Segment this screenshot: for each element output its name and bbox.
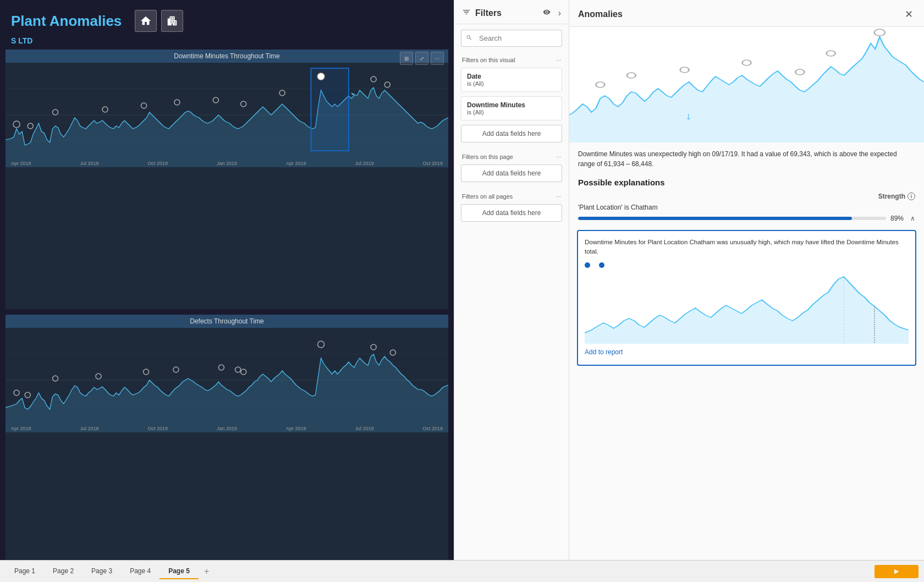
chart1-area[interactable]: Apr 2018 Jul 2018 Oct 2018 Jan 2019 Apr …	[6, 63, 448, 167]
add-data-all-btn[interactable]: Add data fields here	[461, 204, 562, 222]
tab-page2[interactable]: Page 2	[44, 564, 82, 579]
explanation-label: 'Plant Location' is Chatham	[578, 204, 658, 211]
filters-header: Filters ›	[454, 0, 569, 24]
anomalies-panel: Anomalies ✕ ↓ Downti	[569, 0, 924, 582]
anomaly-description: Downtime Minutes was unexpectedly high o…	[569, 142, 924, 175]
tab-page4[interactable]: Page 4	[121, 564, 160, 579]
filter-date-value: is (All)	[467, 80, 556, 87]
strength-label: Strength	[878, 193, 905, 200]
filter-date-title: Date	[467, 73, 556, 80]
strength-percent: 89%	[890, 215, 906, 222]
filters-on-all-more[interactable]: ···	[556, 193, 561, 200]
orange-btn[interactable]: ▶	[875, 565, 919, 578]
dot-1	[585, 262, 590, 268]
explanation-card-text: Downtime Minutes for Plant Location Chat…	[585, 238, 909, 257]
tab-page1[interactable]: Page 1	[6, 564, 44, 579]
strength-row: 89% ∧	[569, 213, 924, 226]
anomalies-title: Anomalies	[578, 9, 902, 19]
add-data-visual-btn[interactable]: Add data fields here	[461, 125, 562, 142]
card-dots	[585, 262, 909, 268]
strength-info-icon[interactable]: i	[908, 193, 915, 200]
dot-2	[599, 262, 604, 268]
canvas-icon-group	[135, 10, 183, 32]
filter-funnel-icon	[462, 8, 471, 18]
add-data-page-btn[interactable]: Add data fields here	[461, 164, 562, 182]
strength-bar-fill	[578, 217, 852, 220]
anomalies-header: Anomalies ✕	[569, 0, 924, 27]
chart1-toolbar: ⊞ ⤢ ···	[400, 52, 444, 65]
filter-card-date[interactable]: Date is (All)	[461, 68, 562, 92]
svg-text:↓: ↓	[685, 111, 693, 122]
chart2-container: Defects Throughout Time	[6, 315, 448, 574]
possible-explanations-title: Possible explanations	[569, 175, 924, 191]
tab-page5[interactable]: Page 5	[160, 564, 199, 579]
strength-header: Strength i	[569, 191, 924, 201]
filters-on-page-label: Filters on this page ···	[454, 149, 569, 162]
filters-title: Filters	[475, 8, 538, 18]
filters-forward-icon[interactable]: ›	[558, 8, 561, 18]
tab-add-btn[interactable]: +	[199, 563, 215, 580]
chart1-filter-btn[interactable]: ⊞	[400, 52, 413, 65]
filter-downtime-title: Downtime Minutes	[467, 101, 556, 109]
svg-rect-17	[311, 68, 348, 151]
tab-page3[interactable]: Page 3	[82, 564, 121, 579]
chart1-title: Downtime Minutes Throughout Time	[6, 50, 448, 63]
search-icon	[466, 34, 472, 42]
strength-bar-wrap	[578, 217, 886, 220]
filter-card-downtime[interactable]: Downtime Minutes is (All)	[461, 96, 562, 120]
chart1-container: ⊞ ⤢ ··· Downtime Minutes Throughout Time	[6, 50, 448, 309]
filters-panel: Filters › Filters on this visual ··· Dat…	[454, 0, 569, 582]
chevron-up-icon[interactable]: ∧	[910, 215, 915, 222]
chart1-expand-btn[interactable]: ⤢	[415, 52, 428, 65]
add-to-report-btn[interactable]: Add to report	[585, 344, 909, 358]
home-icon-btn[interactable]	[135, 10, 157, 32]
filters-on-visual-label: Filters on this visual ···	[454, 52, 569, 65]
bottom-tabs: Page 1 Page 2 Page 3 Page 4 Page 5 + ▶	[0, 560, 924, 582]
canvas-title: Plant Anomalies	[11, 13, 122, 30]
filter-downtime-value: is (All)	[467, 109, 556, 116]
search-input[interactable]	[461, 30, 562, 47]
explanation-card: Downtime Minutes for Plant Location Chat…	[577, 230, 916, 366]
chart2-title: Defects Throughout Time	[6, 315, 448, 328]
chart1-more-btn[interactable]: ···	[431, 52, 444, 65]
chart1-x-axis: Apr 2018 Jul 2018 Oct 2018 Jan 2019 Apr …	[6, 160, 448, 167]
chart2-area[interactable]: Apr 2018 Jul 2018 Oct 2018 Jan 2019 Apr …	[6, 328, 448, 432]
filters-on-all-label: Filters on all pages ···	[454, 189, 569, 202]
explanation-row: 'Plant Location' is Chatham	[569, 201, 924, 213]
company-name: S LTD	[6, 36, 448, 47]
filters-eye-icon[interactable]	[543, 8, 551, 18]
anomalies-chart: ↓	[569, 27, 924, 142]
close-anomalies-btn[interactable]: ✕	[902, 8, 915, 21]
canvas-panel: Plant Anomalies S LTD ⊞ ⤢ ···	[0, 0, 454, 582]
card-mini-chart	[585, 272, 909, 344]
filters-on-page-more[interactable]: ···	[556, 153, 561, 160]
filters-on-visual-more[interactable]: ···	[556, 57, 561, 63]
chart2-x-axis: Apr 2018 Jul 2018 Oct 2018 Jan 2019 Apr …	[6, 425, 448, 432]
svg-point-19	[317, 73, 325, 80]
search-box	[461, 30, 562, 47]
building-icon-btn[interactable]	[161, 10, 183, 32]
canvas-header: Plant Anomalies	[6, 6, 448, 36]
